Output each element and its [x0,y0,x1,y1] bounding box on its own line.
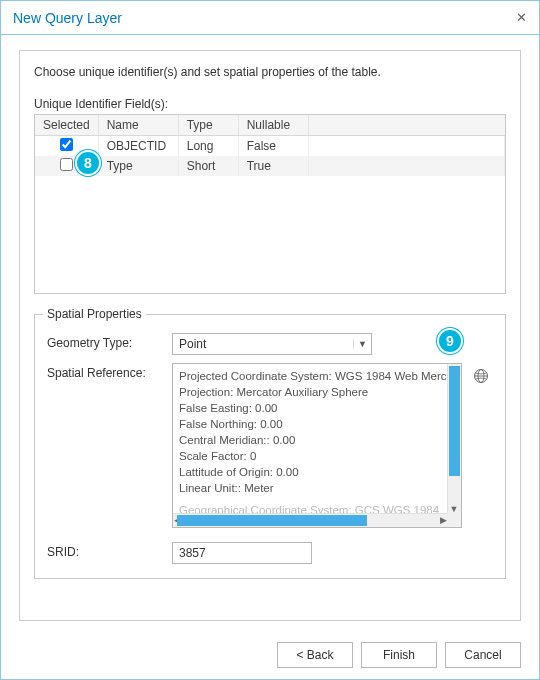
srid-input[interactable] [172,542,312,564]
geometry-type-label: Geometry Type: [47,333,172,350]
finish-button[interactable]: Finish [361,642,437,668]
scroll-corner [447,513,461,527]
row-checkbox[interactable] [60,138,73,151]
row-checkbox[interactable] [60,158,73,171]
spatial-properties-group: Spatial Properties Geometry Type: Point … [34,314,506,579]
button-bar: < Back Finish Cancel [1,631,539,679]
vertical-scrollbar[interactable]: ▼ [447,364,461,513]
col-selected[interactable]: Selected [35,115,98,135]
col-type[interactable]: Type [178,115,238,135]
titlebar: New Query Layer ✕ [1,1,539,35]
table-row[interactable]: OBJECTID Long False [35,135,505,156]
cell-nullable: True [238,156,308,176]
cell-nullable: False [238,135,308,156]
col-nullable[interactable]: Nullable [238,115,308,135]
dialog-title: New Query Layer [13,10,513,26]
table-row[interactable]: Type Short True [35,156,505,176]
close-icon[interactable]: ✕ [513,10,529,25]
horizontal-scrollbar[interactable]: ◀ ▶ [173,513,447,527]
content-area: Choose unique identifier(s) and set spat… [1,35,539,631]
spatial-reference-text: Projected Coordinate System: WGS 1984 We… [173,364,461,527]
globe-icon[interactable] [472,367,490,385]
scrollbar-thumb[interactable] [177,515,367,526]
cell-type: Short [178,156,238,176]
col-name[interactable]: Name [98,115,178,135]
geometry-type-select[interactable]: Point ▼ [172,333,372,355]
uid-fields-table: Selected Name Type Nullable OBJECTID Lon… [34,114,506,294]
col-spacer [308,115,504,135]
content-inner: Choose unique identifier(s) and set spat… [19,50,521,621]
spatial-properties-legend: Spatial Properties [43,307,146,321]
cancel-button[interactable]: Cancel [445,642,521,668]
callout-8: 8 [75,150,101,176]
spatial-reference-label: Spatial Reference: [47,363,172,380]
cell-name: OBJECTID [98,135,178,156]
back-button[interactable]: < Back [277,642,353,668]
new-query-layer-dialog: New Query Layer ✕ Choose unique identifi… [0,0,540,680]
instruction-text: Choose unique identifier(s) and set spat… [34,65,506,79]
cell-type: Long [178,135,238,156]
geometry-type-value: Point [173,337,353,351]
chevron-down-icon: ▼ [353,339,371,349]
callout-9: 9 [437,328,463,354]
table-header-row: Selected Name Type Nullable [35,115,505,135]
cell-name: Type [98,156,178,176]
srid-label: SRID: [47,542,172,559]
scrollbar-thumb[interactable] [449,366,460,476]
uid-fields-label: Unique Identifier Field(s): [34,97,506,111]
spatial-reference-box[interactable]: Projected Coordinate System: WGS 1984 We… [172,363,462,528]
